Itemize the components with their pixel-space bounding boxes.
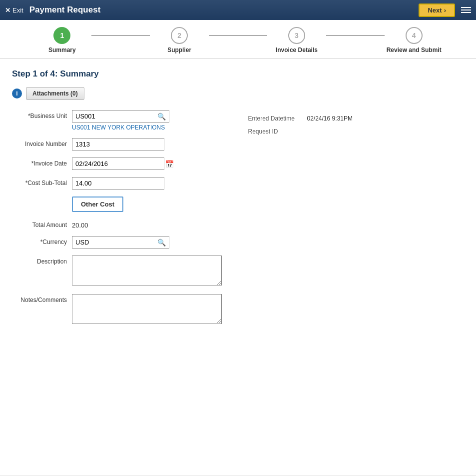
business-unit-search-button[interactable]: 🔍: [154, 111, 169, 122]
description-textarea[interactable]: [72, 256, 222, 286]
step-connector-2: [209, 35, 267, 36]
invoice-number-input[interactable]: [72, 138, 164, 150]
entered-datetime-row: Entered Datetime 02/24/16 9:31PM: [248, 115, 465, 122]
currency-row: *Currency 🔍: [12, 236, 228, 248]
total-amount-row: Total Amount 20.00: [12, 219, 228, 229]
step-2-supplier[interactable]: 2 Supplier: [150, 27, 208, 54]
notes-control: [72, 294, 228, 326]
exit-button[interactable]: ✕ Exit: [5, 6, 23, 14]
step-4-label: Review and Submit: [387, 46, 442, 54]
next-label: Next: [428, 6, 442, 14]
business-unit-row: *Business Unit 🔍 US001 NEW YORK OPERATIO…: [12, 110, 228, 131]
step-connector-1: [91, 35, 150, 36]
invoice-date-row: *Invoice Date 📅: [12, 158, 228, 170]
invoice-number-control: [72, 138, 228, 150]
currency-search-button[interactable]: 🔍: [154, 237, 169, 248]
business-unit-label: *Business Unit: [12, 110, 72, 120]
entered-datetime-value: 02/24/16 9:31PM: [307, 115, 353, 122]
calendar-icon[interactable]: 📅: [162, 158, 177, 170]
business-unit-subtext: US001 NEW YORK OPERATIONS: [72, 124, 228, 131]
step-1-label: Summary: [48, 46, 76, 54]
cost-subtotal-control: [72, 177, 228, 190]
description-label: Description: [12, 256, 72, 265]
form-right: Entered Datetime 02/24/16 9:31PM Request…: [248, 110, 465, 332]
invoice-date-control: 📅: [72, 158, 228, 170]
form-section: *Business Unit 🔍 US001 NEW YORK OPERATIO…: [12, 110, 464, 332]
step-1-circle: 1: [53, 27, 70, 44]
info-icon[interactable]: i: [12, 88, 22, 98]
notes-textarea[interactable]: [72, 294, 222, 324]
business-unit-control: 🔍 US001 NEW YORK OPERATIONS: [72, 110, 228, 131]
cost-subtotal-input[interactable]: [72, 177, 164, 190]
entered-datetime-label: Entered Datetime: [248, 115, 303, 122]
step-4-review-submit[interactable]: 4 Review and Submit: [385, 27, 443, 54]
step-2-label: Supplier: [167, 46, 191, 54]
cost-subtotal-label: *Cost Sub-Total: [12, 177, 72, 186]
next-button[interactable]: Next ›: [419, 4, 455, 17]
next-chevron-icon: ›: [444, 6, 446, 14]
step-1-summary[interactable]: 1 Summary: [33, 27, 91, 54]
step-3-invoice-details[interactable]: 3 Invoice Details: [267, 27, 326, 54]
main-content: Step 1 of 4: Summary i Attachments (0) *…: [0, 59, 476, 475]
invoice-date-label: *Invoice Date: [12, 158, 72, 167]
app-title: Payment Request: [29, 5, 419, 15]
business-unit-input[interactable]: [72, 110, 154, 122]
step-3-label: Invoice Details: [276, 46, 318, 54]
total-amount-value: 20.00: [72, 219, 228, 229]
form-left: *Business Unit 🔍 US001 NEW YORK OPERATIO…: [12, 110, 228, 332]
request-id-row: Request ID: [248, 128, 465, 135]
step-2-circle: 2: [171, 27, 188, 44]
app-header: ✕ Exit Payment Request Next ›: [0, 0, 476, 20]
step-4-circle: 4: [406, 27, 423, 44]
total-amount-label: Total Amount: [12, 219, 72, 228]
currency-input[interactable]: [72, 236, 154, 248]
page-title: Step 1 of 4: Summary: [12, 69, 464, 79]
cost-subtotal-row: *Cost Sub-Total: [12, 177, 228, 190]
invoice-number-row: Invoice Number: [12, 138, 228, 150]
description-control: [72, 256, 228, 287]
stepper: 1 Summary 2 Supplier 3 Invoice Details 4…: [0, 20, 476, 59]
description-row: Description: [12, 256, 228, 287]
toolbar: i Attachments (0): [12, 87, 464, 100]
step-connector-3: [326, 35, 385, 36]
invoice-date-input[interactable]: [72, 158, 162, 170]
attachments-button[interactable]: Attachments (0): [26, 87, 84, 100]
invoice-date-input-wrapper: 📅: [72, 158, 164, 170]
right-panel: Entered Datetime 02/24/16 9:31PM Request…: [248, 115, 465, 135]
invoice-number-label: Invoice Number: [12, 138, 72, 148]
step-3-circle: 3: [288, 27, 305, 44]
business-unit-input-wrapper: 🔍: [72, 110, 169, 122]
hamburger-menu-icon[interactable]: [461, 7, 471, 13]
notes-label: Notes/Comments: [12, 294, 72, 304]
exit-label: Exit: [12, 6, 23, 14]
currency-input-wrapper: 🔍: [72, 236, 169, 248]
request-id-label: Request ID: [248, 128, 303, 135]
notes-row: Notes/Comments: [12, 294, 228, 326]
currency-control: 🔍: [72, 236, 228, 248]
other-cost-button[interactable]: Other Cost: [72, 196, 123, 212]
currency-label: *Currency: [12, 236, 72, 246]
x-icon: ✕: [5, 6, 10, 14]
